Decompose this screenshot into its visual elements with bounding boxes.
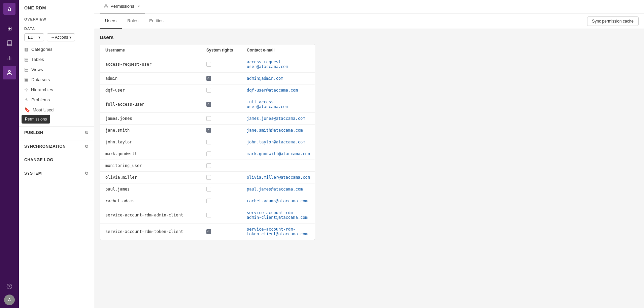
system-rights-checkbox[interactable] bbox=[206, 76, 211, 81]
datasets-icon: ▣ bbox=[24, 77, 29, 82]
table-row[interactable]: monitoring_user bbox=[100, 160, 315, 172]
email-column-header: Contact e-mail bbox=[247, 48, 309, 53]
username-cell: mark.goodwill bbox=[105, 151, 206, 156]
system-rights-cell[interactable] bbox=[206, 140, 247, 144]
permissions-tab[interactable]: Permissions × bbox=[100, 0, 145, 13]
system-rights-checkbox[interactable] bbox=[206, 116, 211, 121]
table-row[interactable]: service-account-rdm-admin-clientservice-… bbox=[100, 207, 315, 224]
system-rights-cell[interactable] bbox=[206, 199, 247, 203]
username-cell: full-access-user bbox=[105, 102, 206, 107]
edit-button[interactable]: EDIT ▾ bbox=[24, 33, 44, 41]
username-column-header: Username bbox=[105, 48, 206, 53]
system-rights-cell[interactable] bbox=[206, 62, 247, 67]
sidebar-item-problems[interactable]: ⚠ Problems bbox=[19, 95, 94, 105]
page-title: Users bbox=[100, 34, 639, 40]
table-row[interactable]: jane.smithjane.smith@ataccama.com bbox=[100, 125, 315, 136]
app-logo[interactable]: a bbox=[3, 3, 15, 15]
username-cell: admin bbox=[105, 76, 206, 81]
actions-button[interactable]: ··· Actions ▾ bbox=[47, 33, 75, 41]
table-row[interactable]: john.taylorjohn.taylor@ataccama.com bbox=[100, 136, 315, 148]
system-rights-checkbox[interactable] bbox=[206, 151, 211, 156]
email-cell: service-account-rdm-admin-client@ataccam… bbox=[247, 210, 309, 220]
system-section-header[interactable]: SYSTEM ↻ bbox=[19, 167, 94, 179]
tables-label: Tables bbox=[31, 57, 44, 62]
sidebar-section-sync: SYNCHRONIZATION ↻ bbox=[19, 140, 94, 152]
problems-icon: ⚠ bbox=[24, 97, 29, 102]
table-row[interactable]: paul.jamespaul.james@ataccama.com bbox=[100, 183, 315, 195]
table-row[interactable]: service-account-rdm-token-clientservice-… bbox=[100, 224, 315, 240]
table-row[interactable]: dqf-userdqf-user@ataccama.com bbox=[100, 84, 315, 96]
system-rights-checkbox[interactable] bbox=[206, 62, 211, 67]
sidebar: ONE RDM OVERVIEW DATA EDIT ▾ ··· Actions… bbox=[19, 0, 94, 308]
username-cell: service-account-rdm-token-client bbox=[105, 229, 206, 234]
system-rights-cell[interactable] bbox=[206, 128, 247, 133]
table-row[interactable]: access-request-useraccess-request-user@a… bbox=[100, 56, 315, 73]
system-rights-checkbox[interactable] bbox=[206, 175, 211, 180]
tables-icon: ▤ bbox=[24, 57, 29, 62]
email-cell: access-request-user@ataccama.com bbox=[247, 60, 309, 69]
sync-permission-cache-button[interactable]: Sync permission cache bbox=[587, 16, 639, 26]
system-rights-cell[interactable] bbox=[206, 187, 247, 192]
table-row[interactable]: mark.goodwillmark.goodwill@ataccama.com bbox=[100, 148, 315, 160]
permissions-nav-icon[interactable] bbox=[3, 66, 16, 79]
sidebar-item-hierarchies[interactable]: ⊹ Hierarchies bbox=[19, 84, 94, 95]
system-rights-cell[interactable] bbox=[206, 88, 247, 93]
book-nav-icon[interactable] bbox=[3, 36, 16, 50]
user-avatar[interactable]: A bbox=[4, 295, 15, 305]
system-rights-cell[interactable] bbox=[206, 163, 247, 168]
sidebar-item-views[interactable]: ▤ Views bbox=[19, 64, 94, 74]
edit-chevron-icon: ▾ bbox=[38, 35, 40, 40]
sidebar-item-datasets[interactable]: ▣ Data sets bbox=[19, 74, 94, 84]
system-rights-checkbox[interactable] bbox=[206, 88, 211, 93]
system-rights-cell[interactable] bbox=[206, 175, 247, 180]
table-row[interactable]: full-access-userfull-access-user@ataccam… bbox=[100, 96, 315, 113]
system-rights-cell[interactable] bbox=[206, 76, 247, 81]
main-content: Permissions × Users Roles Entities Sync … bbox=[94, 0, 644, 308]
system-rights-checkbox[interactable] bbox=[206, 187, 211, 192]
sidebar-item-tables[interactable]: ▤ Tables bbox=[19, 54, 94, 64]
system-rights-checkbox[interactable] bbox=[206, 128, 211, 133]
sync-section-header[interactable]: SYNCHRONIZATION ↻ bbox=[19, 140, 94, 152]
system-rights-checkbox[interactable] bbox=[206, 140, 211, 144]
svg-point-6 bbox=[105, 4, 107, 6]
sidebar-section-publish: PUBLISH ↻ bbox=[19, 126, 94, 139]
mostused-label: Most Used bbox=[33, 107, 54, 112]
tab-bar: Permissions × bbox=[94, 0, 644, 13]
system-rights-checkbox[interactable] bbox=[206, 213, 211, 217]
system-rights-checkbox[interactable] bbox=[206, 163, 211, 168]
content-tabs: Users Roles Entities bbox=[100, 13, 169, 29]
system-rights-checkbox[interactable] bbox=[206, 229, 211, 234]
tab-roles[interactable]: Roles bbox=[122, 13, 144, 29]
changelog-section-header[interactable]: CHANGE LOG bbox=[19, 154, 94, 166]
table-row[interactable]: olivia.millerolivia.miller@ataccama.com bbox=[100, 172, 315, 183]
help-nav-icon[interactable] bbox=[3, 280, 16, 293]
tab-entities[interactable]: Entities bbox=[144, 13, 169, 29]
permissions-tab-label: Permissions bbox=[110, 4, 134, 9]
overview-label: OVERVIEW bbox=[19, 13, 94, 23]
system-rights-cell[interactable] bbox=[206, 151, 247, 156]
views-icon: ▤ bbox=[24, 67, 29, 72]
email-cell: service-account-rdm-token-client@ataccam… bbox=[247, 227, 309, 236]
system-rights-checkbox[interactable] bbox=[206, 199, 211, 203]
system-rights-checkbox[interactable] bbox=[206, 102, 211, 107]
username-cell: rachel.adams bbox=[105, 199, 206, 203]
tab-users[interactable]: Users bbox=[100, 13, 122, 29]
sidebar-item-mostused[interactable]: 🔖 Most Used bbox=[19, 105, 94, 115]
table-row[interactable]: rachel.adamsrachel.adams@ataccama.com bbox=[100, 195, 315, 207]
sidebar-title: ONE RDM bbox=[19, 0, 94, 13]
table-row[interactable]: james.jonesjames.jones@ataccama.com bbox=[100, 113, 315, 125]
table-row[interactable]: adminadmin@admin.com bbox=[100, 73, 315, 84]
system-rights-cell[interactable] bbox=[206, 116, 247, 121]
sidebar-item-categories[interactable]: ▦ Categories bbox=[19, 44, 94, 54]
system-rights-cell[interactable] bbox=[206, 229, 247, 234]
hierarchies-icon: ⊹ bbox=[24, 87, 28, 92]
system-rights-cell[interactable] bbox=[206, 213, 247, 217]
permissions-tab-close[interactable]: × bbox=[136, 4, 141, 9]
publish-section-header[interactable]: PUBLISH ↻ bbox=[19, 127, 94, 139]
chart-nav-icon[interactable] bbox=[3, 51, 16, 65]
email-cell: paul.james@ataccama.com bbox=[247, 187, 309, 192]
email-cell: rachel.adams@ataccama.com bbox=[247, 199, 309, 203]
permissions-tooltip: Permissions bbox=[22, 115, 50, 124]
overview-nav-icon[interactable]: ⊞ bbox=[3, 22, 16, 35]
system-rights-cell[interactable] bbox=[206, 102, 247, 107]
